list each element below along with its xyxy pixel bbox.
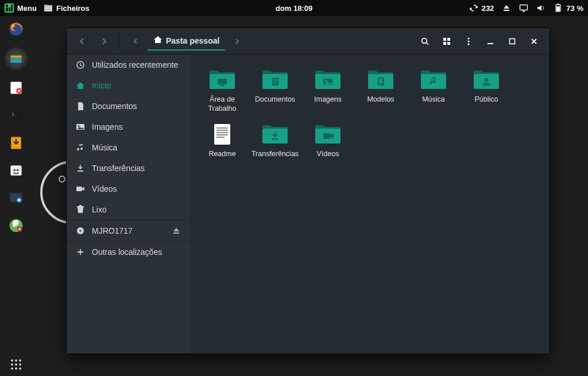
- hamburger-menu-button[interactable]: [459, 33, 478, 50]
- svg-rect-45: [443, 42, 446, 45]
- maximize-button[interactable]: [502, 33, 522, 50]
- file-item[interactable]: Música: [408, 65, 459, 117]
- sidebar-item-downloads[interactable]: Transferências: [67, 158, 190, 179]
- active-app-indicator[interactable]: Ficheiros: [44, 3, 90, 13]
- sidebar-item-recent[interactable]: Utilizados recentemente: [67, 55, 190, 75]
- svg-point-40: [19, 367, 21, 369]
- svg-rect-50: [488, 43, 493, 44]
- file-item[interactable]: Modelos: [355, 65, 406, 117]
- back-button[interactable]: [72, 33, 92, 50]
- svg-point-31: [18, 228, 21, 230]
- refresh-icon: [469, 3, 478, 13]
- dock-item-chat[interactable]: [6, 161, 26, 180]
- sidebar-item-documents[interactable]: Documentos: [67, 96, 190, 117]
- svg-rect-62: [273, 79, 277, 80]
- file-item[interactable]: Área de Trabalho: [197, 65, 247, 117]
- file-item[interactable]: Vídeos: [303, 119, 353, 162]
- folder-icon: [261, 123, 289, 146]
- svg-point-66: [325, 80, 327, 82]
- sidebar-item-trash[interactable]: Lixo: [67, 199, 190, 220]
- updates-count: 232: [482, 4, 494, 13]
- svg-rect-72: [216, 132, 228, 133]
- updates-indicator[interactable]: 232: [469, 3, 494, 13]
- svg-rect-63: [273, 81, 277, 82]
- sidebar-item-disk[interactable]: MJRO1717: [67, 220, 190, 241]
- svg-rect-56: [76, 187, 82, 191]
- breadcrumb-home[interactable]: Pasta pessoal: [148, 32, 225, 51]
- file-item[interactable]: Documentos: [250, 65, 300, 117]
- forward-button[interactable]: [94, 33, 114, 50]
- svg-rect-59: [218, 79, 227, 84]
- battery-percent: 73 %: [566, 4, 583, 13]
- volume-icon[interactable]: [536, 3, 546, 13]
- sidebar: Utilizados recentemente Início Documento…: [67, 55, 190, 354]
- svg-point-47: [467, 37, 469, 39]
- textfile-icon: [208, 123, 236, 146]
- eject-icon[interactable]: [172, 226, 181, 235]
- file-item[interactable]: Imagens: [303, 65, 353, 117]
- svg-rect-2: [6, 7, 8, 11]
- file-label: Transferências: [252, 149, 299, 158]
- sidebar-item-videos[interactable]: Vídeos: [67, 179, 190, 199]
- file-item[interactable]: Transferências: [250, 119, 300, 162]
- sidebar-item-home[interactable]: Início: [67, 75, 190, 96]
- view-toggle-button[interactable]: [437, 33, 457, 50]
- files-app-icon: [44, 3, 53, 13]
- dock-item-screenshot[interactable]: [6, 188, 26, 208]
- svg-rect-11: [556, 6, 560, 11]
- dock-item-files[interactable]: [5, 47, 28, 70]
- battery-indicator[interactable]: 73 %: [554, 3, 583, 13]
- folder-icon: [367, 68, 394, 91]
- svg-point-35: [11, 363, 13, 365]
- files-window: Pasta pessoal Utilizados recentemente In…: [66, 28, 550, 354]
- disc-icon: [76, 226, 85, 235]
- sidebar-item-images[interactable]: Imagens: [67, 117, 190, 137]
- file-label: Documentos: [255, 95, 295, 104]
- svg-rect-1: [6, 5, 8, 7]
- dock-item-installer[interactable]: [6, 133, 26, 153]
- plus-icon: [76, 247, 85, 257]
- close-button[interactable]: [524, 33, 544, 50]
- download-icon: [76, 164, 85, 173]
- svg-rect-15: [10, 57, 21, 60]
- top-panel: Menu Ficheiros dom 18:09 232 73 %: [0, 0, 588, 16]
- dock-item-tweaks[interactable]: [6, 216, 26, 235]
- display-icon[interactable]: [519, 3, 528, 13]
- breadcrumb: Pasta pessoal: [148, 32, 225, 51]
- home-icon: [76, 81, 85, 90]
- path-next-button[interactable]: [227, 33, 247, 50]
- active-app-label: Ficheiros: [56, 4, 90, 13]
- svg-point-28: [18, 199, 20, 201]
- svg-rect-60: [220, 85, 225, 86]
- file-label: Vídeos: [317, 149, 339, 158]
- path-prev-button[interactable]: [126, 33, 145, 50]
- svg-rect-71: [216, 130, 228, 131]
- headerbar: Pasta pessoal: [67, 28, 550, 55]
- file-pane[interactable]: Área de Trabalho Documentos Imagens Mode…: [190, 55, 550, 354]
- file-label: Modelos: [367, 95, 394, 104]
- file-label: Área de Trabalho: [198, 95, 246, 114]
- dock-item-terminal[interactable]: $_: [6, 106, 26, 125]
- eject-tray-icon[interactable]: [502, 3, 511, 13]
- video-icon: [76, 184, 85, 193]
- dock-item-firefox[interactable]: [6, 20, 26, 39]
- search-button[interactable]: [415, 33, 435, 50]
- folder-icon: [261, 68, 289, 91]
- svg-rect-16: [10, 60, 21, 63]
- menu-label: Menu: [17, 4, 37, 13]
- file-item[interactable]: Público: [461, 65, 512, 117]
- show-applications-button[interactable]: [10, 359, 22, 370]
- svg-rect-7: [520, 5, 528, 10]
- svg-point-48: [467, 40, 469, 42]
- dock-item-editor[interactable]: [6, 78, 26, 98]
- sidebar-item-music[interactable]: Música: [67, 137, 190, 158]
- svg-point-24: [14, 169, 16, 171]
- svg-rect-55: [78, 170, 83, 172]
- menu-launcher[interactable]: Menu: [5, 3, 37, 13]
- svg-point-68: [485, 78, 489, 82]
- minimize-button[interactable]: [481, 33, 500, 50]
- sidebar-item-other-locations[interactable]: Outras localizações: [67, 242, 190, 262]
- svg-point-41: [422, 38, 427, 43]
- file-item[interactable]: Readme: [197, 119, 247, 162]
- svg-rect-43: [443, 38, 446, 41]
